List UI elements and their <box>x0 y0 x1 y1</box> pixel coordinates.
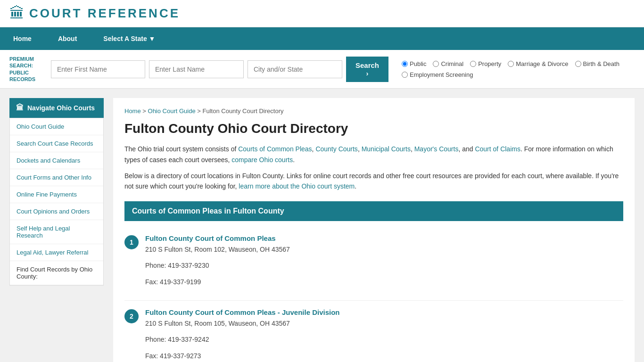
nav-about[interactable]: About <box>45 27 90 50</box>
link-common-pleas[interactable]: Courts of Common Pleas <box>238 145 312 153</box>
logo-text: COURT REFERENCE <box>29 6 180 21</box>
court-info-2: Fulton County Court of Common Pleas - Ju… <box>145 308 340 362</box>
sidebar-item-self-help[interactable]: Self Help and Legal Research <box>10 220 103 244</box>
court-2-name-link[interactable]: Fulton County Court of Common Pleas - Ju… <box>145 308 340 316</box>
search-button[interactable]: Search › <box>346 57 388 82</box>
sidebar-nav-list: Ohio Court Guide Search Court Case Recor… <box>9 118 104 286</box>
last-name-input[interactable] <box>149 60 244 78</box>
first-name-input[interactable] <box>51 60 145 78</box>
link-compare-courts[interactable]: compare Ohio courts <box>231 156 293 164</box>
court-1-name-link[interactable]: Fulton County Court of Common Pleas <box>145 234 276 242</box>
breadcrumb-current: Fulton County Court Directory <box>203 107 284 115</box>
sidebar: 🏛 Navigate Ohio Courts Ohio Court Guide … <box>9 98 104 362</box>
radio-employment[interactable]: Employment Screening <box>402 71 473 78</box>
breadcrumb: Home > Ohio Court Guide > Fulton County … <box>124 107 623 115</box>
record-type-radios: Public Criminal Property Marriage & Divo… <box>402 60 635 78</box>
court-number-2: 2 <box>124 309 139 323</box>
find-records-label: Find Court Records by Ohio County: <box>10 261 103 285</box>
site-header: 🏛 COURT REFERENCE <box>0 0 644 27</box>
radio-public[interactable]: Public <box>402 60 426 67</box>
court-entry-2: 2 Fulton County Court of Common Pleas - … <box>124 301 623 362</box>
sidebar-item-dockets[interactable]: Dockets and Calendars <box>10 152 103 169</box>
intro-paragraph-2: Below is a directory of court locations … <box>124 171 623 192</box>
page-title: Fulton County Ohio Court Directory <box>124 121 623 136</box>
radio-marriage[interactable]: Marriage & Divorce <box>508 60 568 67</box>
radio-property[interactable]: Property <box>470 60 501 67</box>
sidebar-item-legal-aid[interactable]: Legal Aid, Lawyer Referral <box>10 244 103 261</box>
sidebar-item-court-forms[interactable]: Court Forms and Other Info <box>10 169 103 186</box>
link-court-of-claims[interactable]: Court of Claims <box>475 145 520 153</box>
nav-select-state[interactable]: Select A State ▼ <box>90 27 168 50</box>
radio-criminal[interactable]: Criminal <box>433 60 463 67</box>
sidebar-item-fine-payments[interactable]: Online Fine Payments <box>10 186 103 203</box>
main-nav: Home About Select A State ▼ <box>0 27 644 50</box>
court-entry-1: 1 Fulton County Court of Common Pleas 21… <box>124 227 623 301</box>
sidebar-item-ohio-court-guide[interactable]: Ohio Court Guide <box>10 118 103 135</box>
link-municipal-courts[interactable]: Municipal Courts <box>362 145 411 153</box>
breadcrumb-guide[interactable]: Ohio Court Guide <box>148 107 196 115</box>
court-1-address: 210 S Fulton St, Room 102, Wauseon, OH 4… <box>145 244 290 255</box>
premium-label: PREMIUM SEARCH: PUBLIC RECORDS <box>9 56 47 82</box>
court-number-1: 1 <box>124 235 139 249</box>
link-learn-more[interactable]: learn more about the Ohio court system <box>239 182 355 190</box>
sidebar-item-opinions[interactable]: Court Opinions and Orders <box>10 203 103 220</box>
sidebar-item-search-records[interactable]: Search Court Case Records <box>10 135 103 152</box>
sidebar-header-label: Navigate Ohio Courts <box>27 104 95 112</box>
city-input[interactable] <box>248 60 342 78</box>
section-header-common-pleas: Courts of Common Pleas in Fulton County <box>124 201 623 221</box>
logo-icon: 🏛 <box>9 5 25 22</box>
sidebar-header: 🏛 Navigate Ohio Courts <box>9 98 104 118</box>
court-info-1: Fulton County Court of Common Pleas 210 … <box>145 234 290 293</box>
court-2-address: 210 S Fulton St, Room 105, Wauseon, OH 4… <box>145 318 340 329</box>
search-bar: PREMIUM SEARCH: PUBLIC RECORDS Search › … <box>0 50 644 89</box>
court-1-phone: Phone: 419-337-9230 <box>145 260 290 271</box>
court-1-fax: Fax: 419-337-9199 <box>145 277 290 287</box>
court-2-fax: Fax: 419-337-9273 <box>145 351 340 361</box>
link-county-courts[interactable]: County Courts <box>315 145 357 153</box>
link-mayors-courts[interactable]: Mayor's Courts <box>414 145 459 153</box>
main-content: Home > Ohio Court Guide > Fulton County … <box>113 98 635 362</box>
main-layout: 🏛 Navigate Ohio Courts Ohio Court Guide … <box>0 89 644 362</box>
breadcrumb-home[interactable]: Home <box>124 107 141 115</box>
intro-paragraph-1: The Ohio trial court system consists of … <box>124 144 623 165</box>
courthouse-icon: 🏛 <box>16 104 24 112</box>
radio-birth[interactable]: Birth & Death <box>575 60 619 67</box>
nav-home[interactable]: Home <box>0 27 45 50</box>
court-2-phone: Phone: 419-337-9242 <box>145 334 340 345</box>
